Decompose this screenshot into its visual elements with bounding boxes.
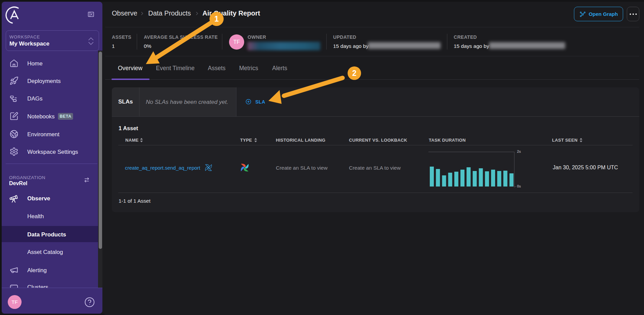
svg-text:2: 2 (352, 69, 357, 78)
